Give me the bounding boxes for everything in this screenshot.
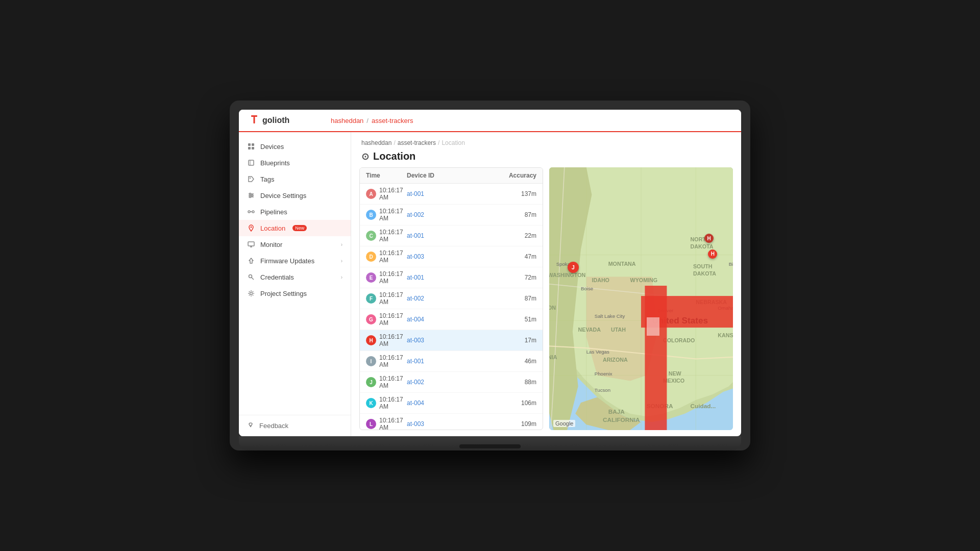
svg-point-13 (252, 195, 253, 196)
table-row[interactable]: B 10:16:17 AM at-002 87m (360, 205, 543, 226)
device-link[interactable]: at-002 (407, 211, 424, 218)
page-title-text: Location (373, 151, 415, 162)
breadcrumb-project-link[interactable]: asset-trackers (398, 139, 436, 146)
table-row[interactable]: H 10:16:17 AM at-003 17m (360, 330, 543, 351)
map-panel: Vancouver Portland Sacramento San Franci… (549, 167, 733, 430)
col-accuracy: Accuracy (496, 172, 536, 179)
row-timestamp: 10:16:17 AM (379, 375, 407, 389)
col-device-id: Device ID (407, 172, 496, 179)
device-link[interactable]: at-002 (407, 295, 424, 302)
table-row[interactable]: G 10:16:17 AM at-004 51m (360, 309, 543, 330)
svg-text:KANSAS: KANSAS (718, 332, 733, 338)
sidebar-item-devices[interactable]: Devices (239, 138, 351, 155)
svg-text:IDAHO: IDAHO (592, 277, 609, 283)
device-link[interactable]: at-001 (407, 358, 424, 365)
row-timestamp: 10:16:17 AM (379, 208, 407, 222)
row-device: at-003 (407, 420, 496, 428)
svg-text:BAJA: BAJA (608, 408, 625, 415)
device-link[interactable]: at-003 (407, 337, 424, 344)
table-row[interactable]: E 10:16:17 AM at-001 72m (360, 267, 543, 288)
laptop-notch (459, 444, 521, 448)
svg-rect-4 (248, 147, 251, 149)
main-layout: Devices Blueprints (239, 132, 741, 436)
sidebar: Devices Blueprints (239, 132, 351, 436)
map-marker-h-2: H (708, 249, 717, 259)
map-marker-j: J (568, 262, 579, 273)
sidebar-item-device-settings[interactable]: Device Settings (239, 187, 351, 204)
svg-text:WASHINGTON: WASHINGTON (549, 272, 586, 278)
laptop-frame: golioth hasheddan / asset-trackers (230, 101, 750, 450)
row-device: at-004 (407, 399, 496, 407)
svg-text:Cuidad...: Cuidad... (691, 403, 716, 410)
sidebar-item-credentials[interactable]: Credentials › (239, 269, 351, 285)
svg-line-24 (252, 278, 254, 280)
sidebar-label-monitor: Monitor (260, 241, 282, 248)
svg-marker-22 (249, 258, 253, 263)
svg-point-12 (250, 193, 251, 195)
svg-text:Phoenix: Phoenix (595, 371, 612, 377)
sidebar-item-blueprints[interactable]: Blueprints (239, 155, 351, 171)
row-accuracy: 109m (496, 420, 536, 428)
device-link[interactable]: at-001 (407, 232, 424, 239)
svg-text:Salt Lake City: Salt Lake City (595, 313, 625, 319)
sidebar-item-firmware-updates[interactable]: Firmware Updates › (239, 253, 351, 269)
svg-text:MONTANA: MONTANA (608, 261, 636, 267)
svg-rect-6 (249, 160, 254, 165)
svg-text:Boise: Boise (581, 286, 593, 291)
map-cross-vertical (645, 286, 667, 430)
svg-text:WYOMING: WYOMING (630, 277, 658, 283)
device-link[interactable]: at-002 (407, 379, 424, 386)
row-timestamp: 10:16:17 AM (379, 333, 407, 347)
svg-rect-5 (252, 147, 254, 149)
svg-rect-3 (252, 143, 254, 146)
row-device: at-003 (407, 337, 496, 344)
table-row[interactable]: F 10:16:17 AM at-002 87m (360, 288, 543, 309)
table-row[interactable]: A 10:16:17 AM at-001 137m (360, 184, 543, 205)
table-row[interactable]: K 10:16:17 AM at-004 106m (360, 393, 543, 414)
row-accuracy: 137m (496, 190, 536, 197)
table-row[interactable]: D 10:16:17 AM at-003 47m (360, 246, 543, 267)
breadcrumb-org-link[interactable]: hasheddan (361, 139, 391, 146)
breadcrumb-sep1: / (394, 139, 395, 146)
page-header: hasheddan / asset-trackers / Location ⊙ … (351, 132, 741, 167)
row-time: J 10:16:17 AM (366, 375, 407, 389)
row-timestamp: 10:16:17 AM (379, 249, 407, 264)
device-link[interactable]: at-001 (407, 274, 424, 281)
table-row[interactable]: C 10:16:17 AM at-001 22m (360, 226, 543, 246)
device-link[interactable]: at-003 (407, 420, 424, 428)
svg-text:COLORADO: COLORADO (663, 337, 695, 343)
row-time: A 10:16:17 AM (366, 187, 407, 201)
key-icon (247, 273, 255, 281)
sidebar-item-monitor[interactable]: Monitor › (239, 236, 351, 253)
svg-text:CALIFORNIA: CALIFORNIA (549, 354, 557, 360)
row-accuracy: 87m (496, 211, 536, 218)
device-link[interactable]: at-003 (407, 253, 424, 260)
sidebar-item-project-settings[interactable]: Project Settings (239, 285, 351, 302)
breadcrumb-project[interactable]: asset-trackers (372, 117, 413, 124)
row-timestamp: 10:16:17 AM (379, 354, 407, 368)
svg-point-14 (250, 196, 251, 198)
device-link[interactable]: at-004 (407, 399, 424, 407)
table-row[interactable]: I 10:16:17 AM at-001 46m (360, 351, 543, 372)
breadcrumb-org[interactable]: hasheddan (331, 117, 363, 124)
table-row[interactable]: J 10:16:17 AM at-002 88m (360, 372, 543, 393)
row-badge: B (366, 210, 376, 220)
svg-text:Las Vegas: Las Vegas (586, 349, 609, 355)
row-badge: J (366, 377, 376, 387)
table-header: Time Device ID Accuracy (360, 168, 543, 184)
row-accuracy: 51m (496, 316, 536, 323)
feedback-button[interactable]: Feedback (247, 421, 342, 430)
sidebar-nav: Devices Blueprints (239, 132, 351, 415)
sidebar-item-tags[interactable]: Tags (239, 171, 351, 187)
row-time: D 10:16:17 AM (366, 249, 407, 264)
row-timestamp: 10:16:17 AM (379, 312, 407, 327)
device-link[interactable]: at-001 (407, 190, 424, 197)
row-timestamp: 10:16:17 AM (379, 417, 407, 430)
device-link[interactable]: at-004 (407, 316, 424, 323)
table-row[interactable]: L 10:16:17 AM at-003 109m (360, 414, 543, 430)
row-device: at-002 (407, 379, 496, 386)
sidebar-item-pipelines[interactable]: Pipelines (239, 204, 351, 220)
map-google-watermark: Google (553, 420, 575, 427)
breadcrumb-sep1: / (366, 117, 369, 124)
sidebar-item-location[interactable]: Location New (239, 220, 351, 236)
